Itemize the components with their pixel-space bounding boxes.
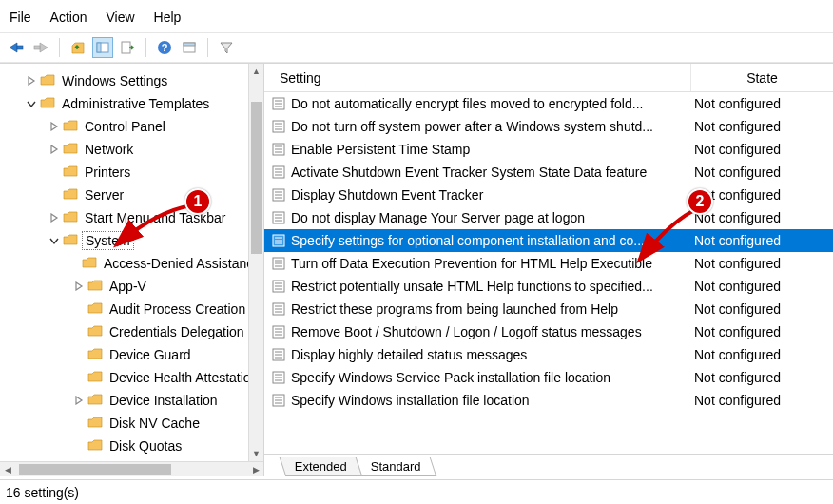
tree-item-windows-settings[interactable]: Windows Settings xyxy=(0,69,263,92)
scroll-thumb[interactable] xyxy=(251,102,262,254)
tab-standard[interactable]: Standard xyxy=(356,457,436,476)
caret-closed-icon[interactable] xyxy=(72,396,86,405)
folder-icon xyxy=(87,416,103,432)
list-row[interactable]: Specify settings for optional component … xyxy=(264,229,833,252)
tree-item-disk-quotas[interactable]: Disk Quotas xyxy=(0,435,263,457)
caret-closed-icon[interactable] xyxy=(48,213,61,223)
setting-state: Not configured xyxy=(690,347,833,362)
properties-button[interactable] xyxy=(179,37,200,58)
column-header-state[interactable]: State xyxy=(690,64,833,91)
svg-rect-4 xyxy=(122,42,130,53)
policy-icon xyxy=(270,325,287,339)
list-row[interactable]: Specify Windows installation file locati… xyxy=(264,389,833,412)
tab-extended[interactable]: Extended xyxy=(280,457,362,476)
list-row[interactable]: Enable Persistent Time StampNot configur… xyxy=(264,138,833,161)
toolbar-divider xyxy=(207,38,208,57)
menu-view[interactable]: View xyxy=(106,10,134,25)
folder-icon xyxy=(63,119,78,135)
caret-closed-icon[interactable] xyxy=(25,76,38,86)
scroll-left-icon[interactable]: ◀ xyxy=(0,462,15,476)
tree-item-network[interactable]: Network xyxy=(0,138,263,161)
setting-name: Specify Windows installation file locati… xyxy=(291,393,690,408)
setting-name: Restrict potentially unsafe HTML Help fu… xyxy=(291,279,690,294)
show-hide-tree-button[interactable] xyxy=(92,37,113,58)
list-row[interactable]: Turn off Data Execution Prevention for H… xyxy=(264,252,833,275)
list-row[interactable]: Do not turn off system power after a Win… xyxy=(264,115,833,138)
scroll-up-icon[interactable]: ▲ xyxy=(249,64,263,79)
setting-name: Specify Windows Service Pack installatio… xyxy=(291,370,690,385)
caret-open-icon[interactable] xyxy=(25,99,38,108)
help-button[interactable]: ? xyxy=(154,37,175,58)
policy-icon xyxy=(270,348,287,361)
menubar: File Action View Help xyxy=(0,0,833,33)
setting-state: Not configured xyxy=(690,324,833,339)
scroll-right-icon[interactable]: ▶ xyxy=(248,462,263,476)
list-body: Do not automatically encrypt files moved… xyxy=(264,92,833,476)
list-row[interactable]: Specify Windows Service Pack installatio… xyxy=(264,366,833,389)
svg-text:?: ? xyxy=(162,42,168,53)
tree-item-label: Control Panel xyxy=(82,118,168,135)
svg-rect-1 xyxy=(34,46,40,49)
folder-icon xyxy=(87,301,103,318)
tree-horizontal-scrollbar[interactable]: ◀ ▶ xyxy=(0,461,263,476)
column-header-setting[interactable]: Setting xyxy=(264,70,690,86)
list-row[interactable]: Do not automatically encrypt files moved… xyxy=(264,92,833,115)
caret-closed-icon[interactable] xyxy=(48,145,61,154)
policy-icon xyxy=(270,234,287,247)
caret-open-icon[interactable] xyxy=(48,236,61,245)
folder-icon xyxy=(87,393,103,409)
menu-help[interactable]: Help xyxy=(154,10,182,25)
scroll-down-icon[interactable]: ▼ xyxy=(249,446,263,461)
policy-icon xyxy=(270,120,287,133)
svg-rect-8 xyxy=(184,43,195,46)
list-row[interactable]: Restrict these programs from being launc… xyxy=(264,298,833,320)
tree-item-label: Credentials Delegation xyxy=(107,323,247,340)
scroll-thumb[interactable] xyxy=(19,464,171,475)
tabs-row: Extended Standard xyxy=(264,454,833,476)
tree-item-label: App-V xyxy=(107,278,149,295)
up-level-button[interactable] xyxy=(68,37,88,58)
setting-state: Not configured xyxy=(690,119,833,134)
folder-icon xyxy=(87,279,103,295)
folder-icon xyxy=(63,165,78,181)
tree-item-control-panel[interactable]: Control Panel xyxy=(0,115,263,138)
list-pane: Setting State Do not automatically encry… xyxy=(264,64,833,476)
list-row[interactable]: Display highly detailed status messagesN… xyxy=(264,343,833,366)
setting-name: Do not turn off system power after a Win… xyxy=(291,119,690,134)
setting-state: Not configured xyxy=(690,142,833,157)
policy-icon xyxy=(270,394,287,407)
list-row[interactable]: Activate Shutdown Event Tracker System S… xyxy=(264,161,833,184)
menu-file[interactable]: File xyxy=(10,10,31,25)
tree-item-appv[interactable]: App-V xyxy=(0,275,263,298)
list-row[interactable]: Display Shutdown Event TrackerNot config… xyxy=(264,184,833,206)
tree-item-device-guard[interactable]: Device Guard xyxy=(0,343,263,366)
forward-button[interactable] xyxy=(30,37,51,58)
policy-icon xyxy=(270,143,287,156)
policy-icon xyxy=(270,280,287,293)
list-row[interactable]: Remove Boot / Shutdown / Logon / Logoff … xyxy=(264,320,833,343)
filter-button[interactable] xyxy=(216,37,237,58)
list-row[interactable]: Do not display Manage Your Server page a… xyxy=(264,206,833,229)
tree-item-admin-templates[interactable]: Administrative Templates xyxy=(0,92,263,115)
menu-action[interactable]: Action xyxy=(50,10,87,25)
export-button[interactable] xyxy=(117,37,138,58)
caret-closed-icon[interactable] xyxy=(48,122,61,131)
tree-item-device-health[interactable]: Device Health Attestation xyxy=(0,366,263,389)
caret-closed-icon[interactable] xyxy=(72,281,86,291)
tree-item-disk-nv[interactable]: Disk NV Cache xyxy=(0,412,263,435)
tree-item-printers[interactable]: Printers xyxy=(0,161,263,184)
tree-vertical-scrollbar[interactable]: ▲ ▼ xyxy=(248,64,263,461)
toolbar: ? xyxy=(0,33,833,63)
folder-icon xyxy=(87,370,103,386)
setting-name: Remove Boot / Shutdown / Logon / Logoff … xyxy=(291,324,690,339)
tree-item-label: Audit Process Creation xyxy=(107,300,248,318)
tree-item-credentials[interactable]: Credentials Delegation xyxy=(0,320,263,343)
tree-item-device-install[interactable]: Device Installation xyxy=(0,389,263,412)
tree-item-label: Device Installation xyxy=(107,392,221,409)
setting-name: Do not automatically encrypt files moved… xyxy=(291,96,690,111)
list-row[interactable]: Restrict potentially unsafe HTML Help fu… xyxy=(264,275,833,298)
tree-item-label: Printers xyxy=(82,164,133,181)
tree-pane: Windows SettingsAdministrative Templates… xyxy=(0,64,264,476)
back-button[interactable] xyxy=(6,37,27,58)
tree-item-audit[interactable]: Audit Process Creation xyxy=(0,298,263,320)
